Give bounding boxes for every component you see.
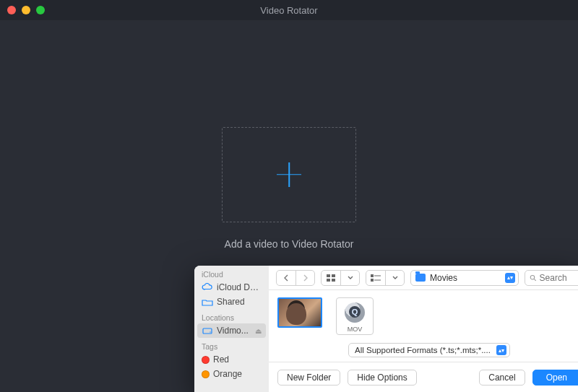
search-icon <box>530 274 537 282</box>
format-row: All Supported Formats (*.ts;*.mts;*.... … <box>269 340 578 362</box>
svg-rect-9 <box>374 279 381 280</box>
cloud-icon <box>202 282 213 292</box>
open-file-sheet: iCloud iCloud Dri... Shared Locations Vi… <box>194 266 578 392</box>
updown-arrows-icon: ▴▾ <box>505 273 515 283</box>
zoom-window-button[interactable] <box>36 6 45 14</box>
updown-arrows-icon: ▴▾ <box>496 345 506 355</box>
svg-rect-4 <box>327 279 330 282</box>
folder-icon <box>415 274 426 282</box>
sidebar-item-label: Red <box>213 354 229 365</box>
file-browser-area[interactable]: Q MOV All Supported Formats (*.ts;*.mts;… <box>269 290 578 362</box>
nav-back-button[interactable] <box>277 271 296 285</box>
svg-rect-6 <box>371 274 374 277</box>
sidebar-item-shared[interactable]: Shared <box>194 295 269 309</box>
add-video-dropzone[interactable] <box>222 127 356 222</box>
location-label: Movies <box>430 273 457 283</box>
sidebar-item-label: iCloud Dri... <box>217 282 262 292</box>
minimize-window-button[interactable] <box>22 6 30 14</box>
cancel-button[interactable]: Cancel <box>479 370 525 386</box>
format-popup[interactable]: All Supported Formats (*.ts;*.mts;*.... … <box>348 343 510 357</box>
search-input[interactable] <box>540 273 577 283</box>
svg-rect-8 <box>371 279 374 282</box>
sidebar-item-label: Orange <box>213 369 242 379</box>
close-window-button[interactable] <box>7 6 16 14</box>
sidebar-section-locations: Locations <box>194 313 269 323</box>
sidebar-item-vidmo-disk[interactable]: Vidmo... ⏏ <box>197 323 266 338</box>
dropzone-caption: Add a video to Video Rotator <box>225 238 354 250</box>
sidebar-tag-orange[interactable]: Orange <box>194 367 269 381</box>
svg-rect-3 <box>332 274 335 277</box>
sidebar-item-label: Shared <box>217 297 245 307</box>
new-folder-button[interactable]: New Folder <box>277 370 340 386</box>
format-label: All Supported Formats (*.ts;*.mts;*.... <box>355 346 491 354</box>
svg-rect-5 <box>332 279 335 282</box>
nav-back-forward <box>276 270 315 286</box>
file-item-video[interactable] <box>277 297 322 328</box>
group-segment[interactable] <box>366 270 405 286</box>
tag-color-dot <box>202 356 210 364</box>
plus-icon <box>277 162 301 187</box>
sidebar-item-label: Vidmo... <box>217 326 249 336</box>
sheet-panel: Movies ▴▾ Q MOV All Supported Formats (* <box>269 266 578 392</box>
svg-rect-7 <box>374 275 381 276</box>
svg-point-1 <box>210 331 210 332</box>
hide-options-button[interactable]: Hide Options <box>348 370 416 386</box>
open-button[interactable]: Open <box>532 370 578 386</box>
sidebar-item-icloud-drive[interactable]: iCloud Dri... <box>194 280 269 295</box>
video-thumbnail <box>277 297 322 328</box>
quicktime-document-icon: Q MOV <box>336 297 374 335</box>
sheet-footer: New Folder Hide Options Cancel Open <box>269 362 578 392</box>
location-popup[interactable]: Movies ▴▾ <box>410 270 519 286</box>
sheet-sidebar: iCloud iCloud Dri... Shared Locations Vi… <box>194 266 269 392</box>
svg-point-10 <box>530 275 535 279</box>
sidebar-tag-red[interactable]: Red <box>194 352 269 367</box>
window-title: Video Rotator <box>0 5 578 16</box>
sidebar-section-icloud: iCloud <box>194 270 269 280</box>
traffic-lights <box>7 6 45 14</box>
chevron-down-icon <box>385 271 404 285</box>
tag-color-dot <box>202 370 210 378</box>
icon-view-icon <box>322 271 340 285</box>
chevron-down-icon <box>340 271 359 285</box>
sidebar-section-tags: Tags <box>194 342 269 352</box>
disk-icon <box>202 326 213 336</box>
titlebar: Video Rotator <box>0 0 578 20</box>
search-field[interactable] <box>525 270 578 286</box>
sheet-toolbar: Movies ▴▾ <box>269 266 578 290</box>
svg-rect-0 <box>203 328 212 334</box>
nav-forward-button[interactable] <box>296 271 314 285</box>
file-ext-badge: MOV <box>348 326 363 333</box>
eject-icon[interactable]: ⏏ <box>255 327 262 335</box>
view-icon-segment[interactable] <box>321 270 360 286</box>
shared-folder-icon <box>202 297 213 307</box>
group-icon <box>366 271 385 285</box>
file-item-mov[interactable]: Q MOV <box>332 297 377 335</box>
svg-rect-2 <box>327 274 330 277</box>
